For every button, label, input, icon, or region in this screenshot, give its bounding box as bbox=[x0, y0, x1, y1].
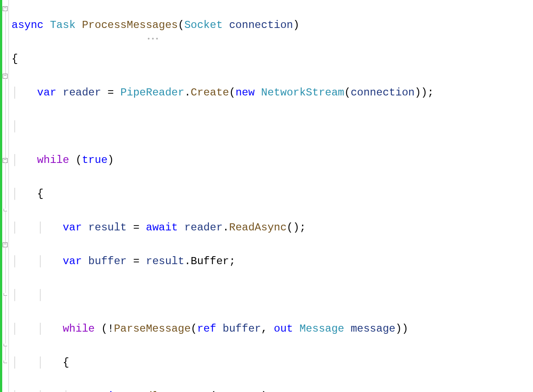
code-line[interactable]: │ │ var result = await reader.ReadAsync(… bbox=[12, 219, 434, 236]
code-line[interactable]: │ │ │ await HandleMessage(message); bbox=[12, 388, 434, 392]
code-line[interactable]: │ bbox=[12, 118, 434, 135]
code-line[interactable]: │ while (true) bbox=[12, 152, 434, 169]
code-editor: async Task ProcessMessages•••(Socket con… bbox=[0, 0, 533, 392]
keyword-async: async bbox=[12, 19, 44, 31]
code-line[interactable]: │ { bbox=[12, 186, 434, 202]
method-name: ProcessMessages bbox=[82, 19, 178, 31]
type-task: Task bbox=[50, 19, 76, 31]
code-line[interactable]: async Task ProcessMessages•••(Socket con… bbox=[12, 17, 434, 34]
fold-gutter bbox=[2, 0, 9, 392]
code-line[interactable]: │ │ { bbox=[12, 354, 434, 371]
code-line[interactable]: │ │ var buffer = result.Buffer; bbox=[12, 253, 434, 270]
param-connection: connection bbox=[229, 19, 293, 31]
code-line[interactable]: │ var reader = PipeReader.Create(new Net… bbox=[12, 84, 434, 101]
fold-end-method bbox=[4, 360, 7, 363]
codelens-dots-icon[interactable]: ••• bbox=[147, 31, 159, 48]
code-line[interactable]: │ │ while (!ParseMessage(ref buffer, out… bbox=[12, 321, 434, 337]
code-line[interactable]: { bbox=[12, 51, 434, 67]
code-line[interactable]: │ │ bbox=[12, 287, 434, 304]
code-area[interactable]: async Task ProcessMessages•••(Socket con… bbox=[9, 0, 434, 392]
type-socket: Socket bbox=[184, 19, 223, 31]
